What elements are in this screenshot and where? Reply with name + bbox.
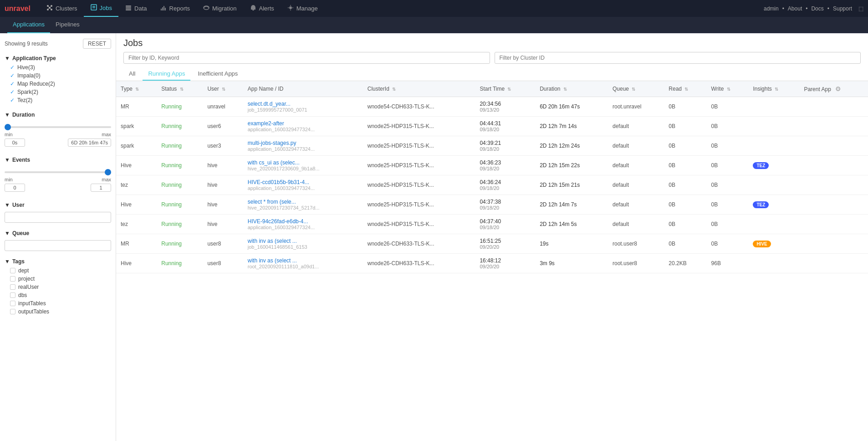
- tags-title[interactable]: ▼ Tags: [5, 256, 111, 267]
- row-user: hive: [203, 156, 243, 175]
- application-type-title[interactable]: ▼ Application Type: [5, 53, 111, 63]
- col-parent-app[interactable]: Parent App ⚙: [799, 81, 868, 97]
- events-slider[interactable]: [5, 171, 111, 173]
- row-app-name[interactable]: example2-after application_1600329477324…: [243, 117, 363, 136]
- row-app-name[interactable]: with inv as (select ... job_160041146856…: [243, 234, 363, 254]
- tag-inputtables[interactable]: inputTables: [10, 299, 111, 308]
- app-id: root_20200920111810_a09d1...: [248, 264, 358, 269]
- nav-migration[interactable]: Migration: [196, 0, 243, 17]
- row-queue: default: [608, 195, 664, 215]
- logout-icon[interactable]: ⬚: [858, 5, 863, 12]
- tag-dbs[interactable]: dbs: [10, 291, 111, 299]
- app-name-link[interactable]: with inv as (select ...: [248, 257, 358, 264]
- filter-option-impala[interactable]: ✓ Impala(0): [10, 72, 111, 80]
- col-read[interactable]: Read ⇅: [664, 81, 706, 97]
- main-layout: Showing 9 results RESET ▼ Application Ty…: [0, 33, 868, 441]
- alerts-icon: [250, 4, 257, 13]
- col-write[interactable]: Write ⇅: [707, 81, 749, 97]
- app-name-link[interactable]: example2-after: [248, 120, 358, 127]
- sort-icon: ⇅: [507, 87, 511, 92]
- settings-icon[interactable]: ⚙: [835, 85, 841, 92]
- duration-min-slider[interactable]: [5, 126, 111, 128]
- nav-clusters[interactable]: Clusters: [40, 0, 84, 17]
- app-id: job_1600411468561_6153: [248, 244, 358, 250]
- nav-clusters-label: Clusters: [56, 5, 77, 12]
- row-app-name[interactable]: with cs_ui as (selec... hive_20200917230…: [243, 156, 363, 175]
- app-name-link[interactable]: multi-jobs-stages.py: [248, 140, 358, 146]
- nav-items: Clusters Jobs Data: [40, 0, 764, 17]
- nav-manage[interactable]: Manage: [281, 0, 324, 17]
- col-user[interactable]: User ⇅: [203, 81, 243, 97]
- row-app-name[interactable]: select.dt.d_year... job_1599995727000_00…: [243, 97, 363, 117]
- app-id: application_1600329477324...: [248, 225, 358, 230]
- col-cluster-id[interactable]: ClusterId ⇅: [363, 81, 475, 97]
- tag-outputtables[interactable]: outputTables: [10, 308, 111, 316]
- about-link[interactable]: About: [788, 5, 802, 12]
- row-write: 0B: [707, 234, 749, 254]
- filter-option-tez[interactable]: ✓ Tez(2): [10, 96, 111, 104]
- nav-reports[interactable]: Reports: [153, 0, 197, 17]
- app-name-link[interactable]: HIVE-94c26fad-e6db-4...: [248, 218, 358, 225]
- col-app-name[interactable]: App Name / ID: [243, 81, 363, 97]
- row-app-name[interactable]: with inv as (select ... root_20200920111…: [243, 254, 363, 273]
- col-duration[interactable]: Duration ⇅: [535, 81, 608, 97]
- col-start-time[interactable]: Start Time ⇅: [475, 81, 535, 97]
- filter-option-hive[interactable]: ✓ Hive(3): [10, 63, 111, 72]
- row-cluster-id: wnode26-CDH633-TLS-K...: [363, 254, 475, 273]
- tag-project[interactable]: project: [10, 275, 111, 283]
- duration-title[interactable]: ▼ Duration: [5, 110, 111, 120]
- col-insights[interactable]: Insights ⇅: [748, 81, 799, 97]
- nav-data[interactable]: Data: [118, 0, 153, 17]
- row-start-time: 04:44:31 09/18/20: [475, 117, 535, 136]
- keyword-search-input[interactable]: [123, 52, 490, 64]
- row-app-name[interactable]: multi-jobs-stages.py application_1600329…: [243, 136, 363, 156]
- app-id: application_1600329477324...: [248, 185, 358, 191]
- sub-nav-applications[interactable]: Applications: [7, 17, 50, 33]
- tag-inputtables-label: inputTables: [18, 300, 46, 307]
- chevron-down-icon: ▼: [5, 258, 10, 265]
- row-app-name[interactable]: HIVE-ccd01b5b-9b31-4... application_1600…: [243, 175, 363, 195]
- app-name-link[interactable]: with cs_ui as (selec...: [248, 159, 358, 166]
- filter-option-spark[interactable]: ✓ Spark(2): [10, 88, 111, 96]
- filter-option-mapreduce[interactable]: ✓ Map Reduce(2): [10, 80, 111, 88]
- app-id: hive_20200917230734_5217d...: [248, 205, 358, 210]
- app-name-link[interactable]: select.dt.d_year...: [248, 101, 358, 107]
- tag-realuser[interactable]: realUser: [10, 283, 111, 291]
- tag-dept[interactable]: dept: [10, 267, 111, 275]
- col-queue[interactable]: Queue ⇅: [608, 81, 664, 97]
- queue-input[interactable]: [5, 240, 111, 251]
- queue-title[interactable]: ▼ Queue: [5, 228, 111, 238]
- row-type: MR: [116, 234, 157, 254]
- reset-button[interactable]: RESET: [83, 39, 111, 49]
- docs-link[interactable]: Docs: [811, 5, 823, 12]
- user-input[interactable]: [5, 212, 111, 223]
- events-title[interactable]: ▼ Events: [5, 155, 111, 165]
- row-status: Running: [157, 117, 203, 136]
- table-body: MR Running unravel select.dt.d_year... j…: [116, 97, 868, 273]
- row-status: Running: [157, 156, 203, 175]
- sub-nav-pipelines[interactable]: Pipelines: [50, 17, 85, 33]
- col-status[interactable]: Status ⇅: [157, 81, 203, 97]
- row-insights: TEZ: [748, 156, 799, 175]
- tab-running[interactable]: Running Apps: [143, 67, 190, 81]
- row-app-name[interactable]: select * from (sele... hive_202009172307…: [243, 195, 363, 215]
- app-name-link[interactable]: HIVE-ccd01b5b-9b31-4...: [248, 179, 358, 185]
- row-read: 0B: [664, 97, 706, 117]
- app-name-link[interactable]: with inv as (select ...: [248, 238, 358, 244]
- user-title[interactable]: ▼ User: [5, 200, 111, 210]
- support-link[interactable]: Support: [833, 5, 852, 12]
- nav-alerts[interactable]: Alerts: [243, 0, 281, 17]
- tab-all[interactable]: All: [123, 67, 141, 81]
- tab-inefficient[interactable]: Inefficient Apps: [192, 67, 243, 81]
- row-user: user8: [203, 254, 243, 273]
- row-app-name[interactable]: HIVE-94c26fad-e6db-4... application_1600…: [243, 215, 363, 234]
- row-read: 0B: [664, 117, 706, 136]
- row-insights: HIVE: [748, 234, 799, 254]
- col-type[interactable]: Type ⇅: [116, 81, 157, 97]
- nav-jobs[interactable]: Jobs: [84, 0, 118, 17]
- col-status-label: Status: [161, 86, 177, 92]
- app-name-link[interactable]: select * from (sele...: [248, 199, 358, 205]
- cluster-search-input[interactable]: [495, 52, 861, 64]
- tag-checkbox: [10, 292, 15, 298]
- filter-option-spark-label: Spark(2): [17, 89, 38, 95]
